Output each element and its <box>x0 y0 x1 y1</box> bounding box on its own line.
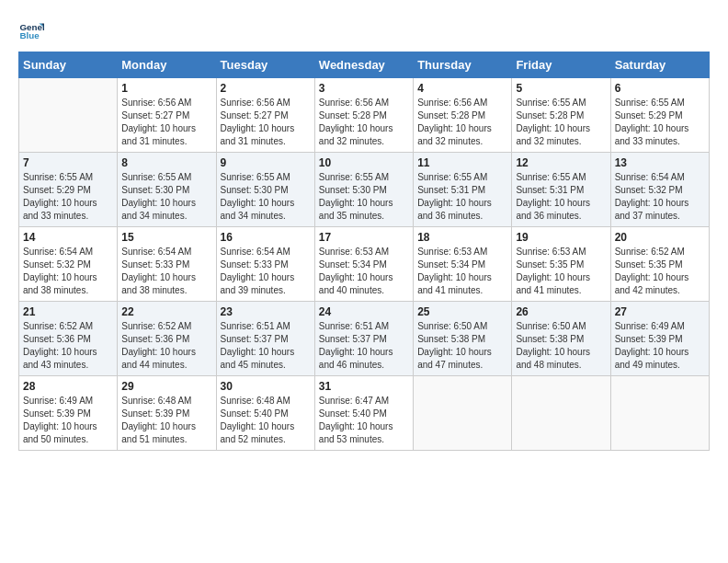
day-info: Sunrise: 6:55 AMSunset: 5:30 PMDaylight:… <box>221 171 311 223</box>
calendar-cell: 6Sunrise: 6:55 AMSunset: 5:29 PMDaylight… <box>610 78 709 153</box>
day-number: 30 <box>221 380 311 393</box>
day-info: Sunrise: 6:55 AMSunset: 5:29 PMDaylight:… <box>23 171 113 223</box>
day-number: 27 <box>615 305 705 318</box>
calendar-cell: 24Sunrise: 6:51 AMSunset: 5:37 PMDayligh… <box>314 302 413 376</box>
header-wednesday: Wednesday <box>314 52 413 78</box>
day-number: 26 <box>516 305 606 318</box>
calendar-cell: 7Sunrise: 6:55 AMSunset: 5:29 PMDaylight… <box>19 153 118 227</box>
day-info: Sunrise: 6:49 AMSunset: 5:39 PMDaylight:… <box>23 395 113 446</box>
day-number: 23 <box>221 305 311 318</box>
day-info: Sunrise: 6:53 AMSunset: 5:34 PMDaylight:… <box>417 246 507 297</box>
day-number: 2 <box>221 82 311 95</box>
calendar-cell: 14Sunrise: 6:54 AMSunset: 5:32 PMDayligh… <box>19 227 118 302</box>
calendar-cell: 23Sunrise: 6:51 AMSunset: 5:37 PMDayligh… <box>216 302 314 376</box>
calendar-cell: 25Sunrise: 6:50 AMSunset: 5:38 PMDayligh… <box>414 302 512 376</box>
calendar-cell: 2Sunrise: 6:56 AMSunset: 5:27 PMDaylight… <box>216 78 314 153</box>
calendar-cell: 13Sunrise: 6:54 AMSunset: 5:32 PMDayligh… <box>610 153 709 227</box>
day-number: 17 <box>319 231 409 244</box>
calendar-cell: 29Sunrise: 6:48 AMSunset: 5:39 PMDayligh… <box>118 376 216 451</box>
calendar-cell: 27Sunrise: 6:49 AMSunset: 5:39 PMDayligh… <box>610 302 709 376</box>
calendar-cell: 17Sunrise: 6:53 AMSunset: 5:34 PMDayligh… <box>314 227 413 302</box>
day-number: 31 <box>319 380 409 393</box>
day-number: 13 <box>615 156 705 169</box>
day-info: Sunrise: 6:56 AMSunset: 5:28 PMDaylight:… <box>417 97 507 148</box>
calendar-cell: 26Sunrise: 6:50 AMSunset: 5:38 PMDayligh… <box>512 302 610 376</box>
day-info: Sunrise: 6:55 AMSunset: 5:31 PMDaylight:… <box>516 171 606 223</box>
logo-icon: General Blue <box>18 18 44 44</box>
calendar-cell: 19Sunrise: 6:53 AMSunset: 5:35 PMDayligh… <box>512 227 610 302</box>
day-info: Sunrise: 6:55 AMSunset: 5:31 PMDaylight:… <box>417 171 507 223</box>
calendar-cell: 9Sunrise: 6:55 AMSunset: 5:30 PMDaylight… <box>216 153 314 227</box>
calendar-week-row: 28Sunrise: 6:49 AMSunset: 5:39 PMDayligh… <box>19 376 710 451</box>
calendar-cell: 11Sunrise: 6:55 AMSunset: 5:31 PMDayligh… <box>414 153 512 227</box>
day-info: Sunrise: 6:55 AMSunset: 5:30 PMDaylight:… <box>319 171 409 223</box>
calendar-cell: 30Sunrise: 6:48 AMSunset: 5:40 PMDayligh… <box>216 376 314 451</box>
header-monday: Monday <box>118 52 216 78</box>
day-number: 24 <box>319 305 409 318</box>
day-number: 29 <box>121 380 211 393</box>
day-info: Sunrise: 6:54 AMSunset: 5:32 PMDaylight:… <box>23 246 113 297</box>
day-number: 19 <box>516 231 606 244</box>
day-number: 20 <box>615 231 705 244</box>
day-number: 14 <box>23 231 113 244</box>
day-number: 28 <box>23 380 113 393</box>
logo: General Blue <box>18 18 48 44</box>
day-info: Sunrise: 6:52 AMSunset: 5:36 PMDaylight:… <box>23 320 113 372</box>
calendar-cell <box>19 78 118 153</box>
day-info: Sunrise: 6:55 AMSunset: 5:30 PMDaylight:… <box>121 171 211 223</box>
day-info: Sunrise: 6:47 AMSunset: 5:40 PMDaylight:… <box>319 395 409 446</box>
day-info: Sunrise: 6:54 AMSunset: 5:32 PMDaylight:… <box>615 171 705 223</box>
day-info: Sunrise: 6:55 AMSunset: 5:28 PMDaylight:… <box>516 97 606 148</box>
day-info: Sunrise: 6:56 AMSunset: 5:28 PMDaylight:… <box>319 97 409 148</box>
day-info: Sunrise: 6:48 AMSunset: 5:39 PMDaylight:… <box>121 395 211 446</box>
day-info: Sunrise: 6:51 AMSunset: 5:37 PMDaylight:… <box>319 320 409 372</box>
day-number: 18 <box>417 231 507 244</box>
day-info: Sunrise: 6:54 AMSunset: 5:33 PMDaylight:… <box>121 246 211 297</box>
header-tuesday: Tuesday <box>216 52 314 78</box>
calendar-week-row: 7Sunrise: 6:55 AMSunset: 5:29 PMDaylight… <box>19 153 710 227</box>
calendar-cell: 3Sunrise: 6:56 AMSunset: 5:28 PMDaylight… <box>314 78 413 153</box>
day-number: 11 <box>417 156 507 169</box>
calendar-cell: 10Sunrise: 6:55 AMSunset: 5:30 PMDayligh… <box>314 153 413 227</box>
day-number: 1 <box>121 82 211 95</box>
day-info: Sunrise: 6:49 AMSunset: 5:39 PMDaylight:… <box>615 320 705 372</box>
day-number: 9 <box>221 156 311 169</box>
header-friday: Friday <box>512 52 610 78</box>
day-number: 22 <box>121 305 211 318</box>
day-number: 21 <box>23 305 113 318</box>
calendar-cell <box>414 376 512 451</box>
day-info: Sunrise: 6:52 AMSunset: 5:36 PMDaylight:… <box>121 320 211 372</box>
day-info: Sunrise: 6:55 AMSunset: 5:29 PMDaylight:… <box>615 97 705 148</box>
day-number: 10 <box>319 156 409 169</box>
day-info: Sunrise: 6:56 AMSunset: 5:27 PMDaylight:… <box>221 97 311 148</box>
header-thursday: Thursday <box>414 52 512 78</box>
day-number: 7 <box>23 156 113 169</box>
calendar-cell: 21Sunrise: 6:52 AMSunset: 5:36 PMDayligh… <box>19 302 118 376</box>
calendar-week-row: 14Sunrise: 6:54 AMSunset: 5:32 PMDayligh… <box>19 227 710 302</box>
calendar-cell <box>512 376 610 451</box>
calendar-cell: 1Sunrise: 6:56 AMSunset: 5:27 PMDaylight… <box>118 78 216 153</box>
day-number: 4 <box>417 82 507 95</box>
calendar-cell: 8Sunrise: 6:55 AMSunset: 5:30 PMDaylight… <box>118 153 216 227</box>
calendar-cell: 20Sunrise: 6:52 AMSunset: 5:35 PMDayligh… <box>610 227 709 302</box>
day-info: Sunrise: 6:54 AMSunset: 5:33 PMDaylight:… <box>221 246 311 297</box>
calendar-cell: 16Sunrise: 6:54 AMSunset: 5:33 PMDayligh… <box>216 227 314 302</box>
day-number: 15 <box>121 231 211 244</box>
calendar-cell: 4Sunrise: 6:56 AMSunset: 5:28 PMDaylight… <box>414 78 512 153</box>
svg-text:Blue: Blue <box>19 30 40 40</box>
day-info: Sunrise: 6:51 AMSunset: 5:37 PMDaylight:… <box>221 320 311 372</box>
calendar-table: SundayMondayTuesdayWednesdayThursdayFrid… <box>18 52 710 451</box>
calendar-cell: 31Sunrise: 6:47 AMSunset: 5:40 PMDayligh… <box>314 376 413 451</box>
day-info: Sunrise: 6:48 AMSunset: 5:40 PMDaylight:… <box>221 395 311 446</box>
day-number: 12 <box>516 156 606 169</box>
day-number: 5 <box>516 82 606 95</box>
calendar-header-row: SundayMondayTuesdayWednesdayThursdayFrid… <box>19 52 710 78</box>
header-saturday: Saturday <box>610 52 709 78</box>
day-info: Sunrise: 6:53 AMSunset: 5:35 PMDaylight:… <box>516 246 606 297</box>
calendar-cell: 18Sunrise: 6:53 AMSunset: 5:34 PMDayligh… <box>414 227 512 302</box>
day-info: Sunrise: 6:50 AMSunset: 5:38 PMDaylight:… <box>516 320 606 372</box>
calendar-cell: 22Sunrise: 6:52 AMSunset: 5:36 PMDayligh… <box>118 302 216 376</box>
calendar-cell: 5Sunrise: 6:55 AMSunset: 5:28 PMDaylight… <box>512 78 610 153</box>
day-info: Sunrise: 6:53 AMSunset: 5:34 PMDaylight:… <box>319 246 409 297</box>
calendar-week-row: 21Sunrise: 6:52 AMSunset: 5:36 PMDayligh… <box>19 302 710 376</box>
